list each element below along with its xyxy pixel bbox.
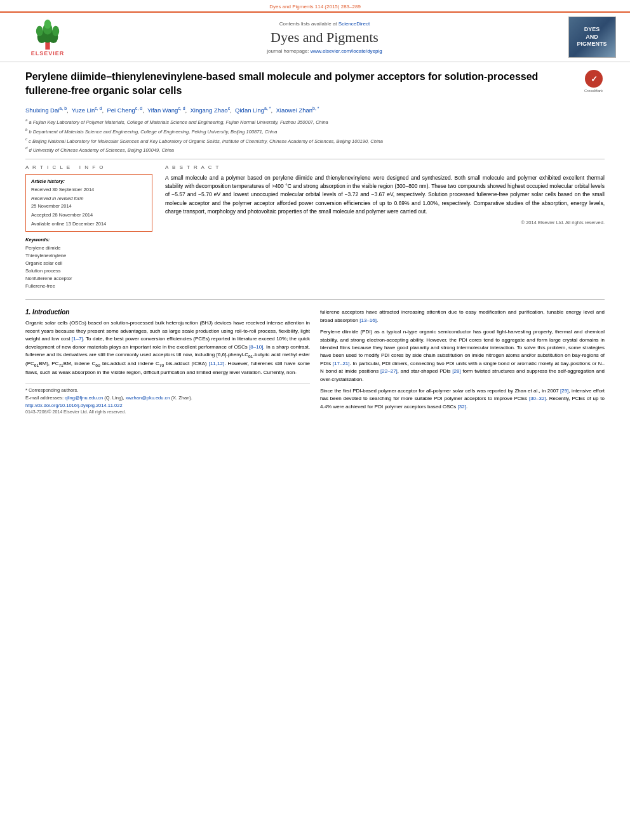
- affil-c: c c Beijing National Laboratory for Mole…: [25, 137, 605, 145]
- article-info-col: A R T I C L E I N F O Article history: R…: [25, 164, 152, 290]
- ref-32[interactable]: [32]: [458, 404, 466, 410]
- journal-homepage: journal homepage: www.elsevier.com/locat…: [89, 48, 560, 54]
- info-abstract-section: A R T I C L E I N F O Article history: R…: [25, 164, 605, 290]
- body-col-left: 1. Introduction Organic solar cells (OSC…: [25, 309, 310, 415]
- author-cheng: Pei Cheng: [107, 107, 135, 114]
- affil-d: d d University of Chinese Academy of Sci…: [25, 145, 605, 154]
- keyword-5: Nonfullerene acceptor: [25, 275, 152, 283]
- revised-date: 25 November 2014: [31, 203, 147, 210]
- article-info-heading: A R T I C L E I N F O: [25, 164, 152, 170]
- keyword-1: Perylene diimide: [25, 244, 152, 252]
- corresponding-authors-note: * Corresponding authors.: [25, 387, 310, 393]
- accepted-date: Accepted 28 November 2014: [31, 211, 147, 218]
- keywords-label: Keywords:: [25, 237, 152, 243]
- online-date: Available online 13 December 2014: [31, 220, 147, 227]
- svg-point-7: [44, 19, 51, 29]
- affil-a: a a Fujian Key Laboratory of Polymer Mat…: [25, 117, 605, 126]
- keyword-3: Organic solar cell: [25, 260, 152, 267]
- svg-point-5: [36, 25, 43, 36]
- journal-header: ELSEVIER Contents lists available at Sci…: [0, 11, 630, 62]
- svg-point-6: [52, 25, 59, 36]
- received-date: Received 30 September 2014: [31, 186, 147, 193]
- journal-title: Dyes and Pigments: [89, 29, 560, 46]
- authors: Shuixing Daia, b, Yuze Linc, d, Pei Chen…: [25, 105, 605, 115]
- author-dai: Shuixing Dai: [25, 107, 59, 114]
- abstract-heading: A B S T R A C T: [165, 164, 605, 170]
- crossmark: ✓ CrossMark: [582, 70, 605, 93]
- crossmark-label: CrossMark: [584, 89, 603, 93]
- ref-8-10[interactable]: [8–10]: [249, 344, 263, 350]
- journal-thumbnail: DYESANDPIGMENTS: [568, 17, 616, 58]
- body-para-1: Organic solar cells (OSCs) based on solu…: [25, 319, 310, 377]
- journal-header-center: Contents lists available at ScienceDirec…: [89, 21, 560, 54]
- top-bar: Dyes and Pigments 114 (2015) 283–289: [0, 0, 630, 11]
- svg-text:✓: ✓: [590, 74, 597, 84]
- section1-title: 1. Introduction: [25, 309, 310, 316]
- journal-header-left: ELSEVIER: [6, 18, 89, 57]
- affiliations: a a Fujian Key Laboratory of Polymer Mat…: [25, 117, 605, 154]
- affil-b: b b Department of Materials Science and …: [25, 127, 605, 135]
- keyword-6: Fullerene-free: [25, 283, 152, 290]
- divider-1: [25, 159, 605, 159]
- elsevier-tree-icon: [29, 18, 67, 50]
- article-title-section: Perylene diimide–thienylenevinylene-base…: [25, 70, 605, 98]
- elsevier-logo: ELSEVIER: [29, 18, 67, 57]
- ref-28[interactable]: [28]: [452, 368, 460, 374]
- article-container: Perylene diimide–thienylenevinylene-base…: [0, 62, 630, 427]
- email-ling[interactable]: qling@fjnu.edu.cn: [65, 395, 103, 401]
- author-lin: Yuze Lin: [72, 107, 95, 114]
- contents-line: Contents lists available at ScienceDirec…: [89, 21, 560, 27]
- email-zhan[interactable]: xwzhan@pku.edu.cn: [126, 395, 170, 401]
- ref-17-21[interactable]: [17–21]: [333, 361, 350, 366]
- abstract-text: A small molecule and a polymer based on …: [165, 174, 605, 216]
- crossmark-svg: ✓: [587, 72, 600, 85]
- ref-11-12[interactable]: [11,12]: [209, 361, 224, 366]
- history-label: Article history:: [31, 178, 147, 184]
- email-addresses: E-mail addresses: qling@fjnu.edu.cn (Q. …: [25, 395, 310, 401]
- ref-1-7[interactable]: [1–7]: [72, 336, 83, 342]
- journal-info: Dyes and Pigments 114 (2015) 283–289: [269, 4, 361, 10]
- keywords-section: Keywords: Perylene diimide Thienylenevin…: [25, 237, 152, 290]
- article-title: Perylene diimide–thienylenevinylene-base…: [25, 70, 576, 98]
- ref-22-27[interactable]: [22–27]: [380, 368, 398, 374]
- sciencedirect-link[interactable]: ScienceDirect: [338, 21, 370, 27]
- crossmark-icon: ✓: [585, 70, 603, 88]
- svg-rect-0: [45, 41, 50, 50]
- footer-section: * Corresponding authors. E-mail addresse…: [25, 383, 310, 414]
- issn-line: 0143-7208/© 2014 Elsevier Ltd. All right…: [25, 410, 310, 414]
- ref-30-32[interactable]: [30–32]: [529, 396, 546, 401]
- author-zhao: Xingang Zhao: [191, 107, 228, 114]
- body-para-4: Since the first PDI-based polymer accept…: [320, 387, 605, 411]
- ref-13-16[interactable]: [13–16]: [359, 317, 377, 323]
- abstract-col: A B S T R A C T A small molecule and a p…: [165, 164, 605, 290]
- body-para-3: Perylene diimide (PDI) as a typical n-ty…: [320, 328, 605, 383]
- elsevier-label: ELSEVIER: [31, 50, 65, 57]
- revised-label: Received in revised form: [31, 195, 147, 202]
- keyword-2: Thienylenevinylene: [25, 252, 152, 260]
- ref-29[interactable]: [29]: [560, 388, 568, 394]
- keyword-4: Solution process: [25, 267, 152, 275]
- main-body: 1. Introduction Organic solar cells (OSC…: [25, 309, 605, 415]
- doi-line: http://dx.doi.org/10.1016/j.dyepig.2014.…: [25, 403, 310, 408]
- copyright-line: © 2014 Elsevier Ltd. All rights reserved…: [165, 220, 605, 225]
- author-wang: Yifan Wang: [147, 107, 178, 114]
- doi-link[interactable]: http://dx.doi.org/10.1016/j.dyepig.2014.…: [25, 403, 123, 408]
- journal-homepage-link[interactable]: www.elsevier.com/locate/dyepig: [311, 48, 382, 54]
- divider-2: [25, 299, 605, 300]
- body-para-2: fullerene acceptors have attracted incre…: [320, 309, 605, 324]
- body-col-right: fullerene acceptors have attracted incre…: [320, 309, 605, 415]
- author-zhan: Xiaowei Zhan: [276, 107, 312, 114]
- author-ling: Qidan Ling: [235, 107, 264, 114]
- journal-header-right: DYESANDPIGMENTS: [560, 17, 624, 58]
- article-history-box: Article history: Received 30 September 2…: [25, 174, 152, 232]
